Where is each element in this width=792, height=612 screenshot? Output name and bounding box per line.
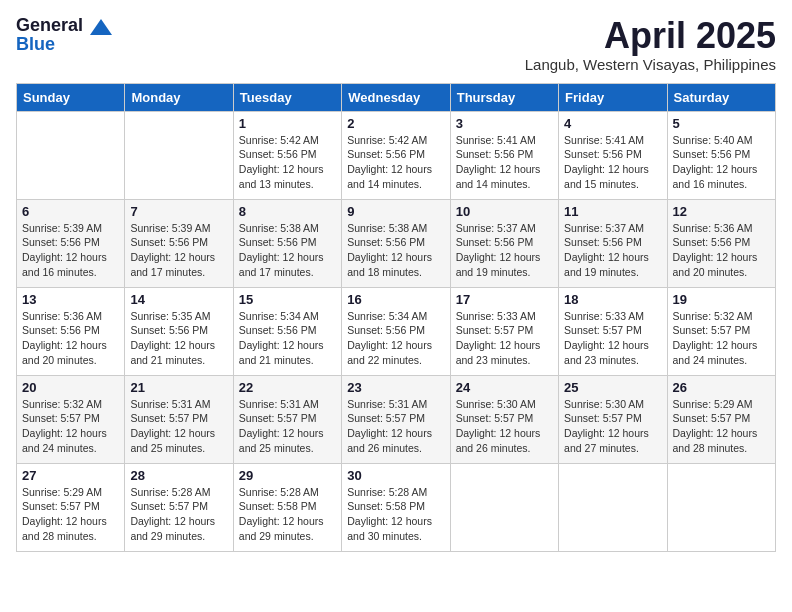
- day-detail: Sunrise: 5:29 AM Sunset: 5:57 PM Dayligh…: [673, 397, 770, 456]
- calendar-cell: 17Sunrise: 5:33 AM Sunset: 5:57 PM Dayli…: [450, 287, 558, 375]
- calendar-cell: 30Sunrise: 5:28 AM Sunset: 5:58 PM Dayli…: [342, 463, 450, 551]
- day-number: 7: [130, 204, 227, 219]
- day-number: 19: [673, 292, 770, 307]
- calendar-cell: 1Sunrise: 5:42 AM Sunset: 5:56 PM Daylig…: [233, 111, 341, 199]
- calendar-cell: [17, 111, 125, 199]
- calendar-cell: [450, 463, 558, 551]
- day-number: 11: [564, 204, 661, 219]
- day-number: 18: [564, 292, 661, 307]
- calendar-cell: 13Sunrise: 5:36 AM Sunset: 5:56 PM Dayli…: [17, 287, 125, 375]
- day-detail: Sunrise: 5:30 AM Sunset: 5:57 PM Dayligh…: [456, 397, 553, 456]
- day-number: 8: [239, 204, 336, 219]
- weekday-header-tuesday: Tuesday: [233, 83, 341, 111]
- day-number: 22: [239, 380, 336, 395]
- calendar-cell: 6Sunrise: 5:39 AM Sunset: 5:56 PM Daylig…: [17, 199, 125, 287]
- day-detail: Sunrise: 5:38 AM Sunset: 5:56 PM Dayligh…: [239, 221, 336, 280]
- day-number: 15: [239, 292, 336, 307]
- calendar-cell: 25Sunrise: 5:30 AM Sunset: 5:57 PM Dayli…: [559, 375, 667, 463]
- day-number: 14: [130, 292, 227, 307]
- calendar-cell: 15Sunrise: 5:34 AM Sunset: 5:56 PM Dayli…: [233, 287, 341, 375]
- day-detail: Sunrise: 5:34 AM Sunset: 5:56 PM Dayligh…: [239, 309, 336, 368]
- day-detail: Sunrise: 5:38 AM Sunset: 5:56 PM Dayligh…: [347, 221, 444, 280]
- day-detail: Sunrise: 5:37 AM Sunset: 5:56 PM Dayligh…: [456, 221, 553, 280]
- day-number: 28: [130, 468, 227, 483]
- day-detail: Sunrise: 5:32 AM Sunset: 5:57 PM Dayligh…: [22, 397, 119, 456]
- day-detail: Sunrise: 5:28 AM Sunset: 5:57 PM Dayligh…: [130, 485, 227, 544]
- day-detail: Sunrise: 5:34 AM Sunset: 5:56 PM Dayligh…: [347, 309, 444, 368]
- day-number: 13: [22, 292, 119, 307]
- calendar-table: SundayMondayTuesdayWednesdayThursdayFrid…: [16, 83, 776, 552]
- calendar-cell: 9Sunrise: 5:38 AM Sunset: 5:56 PM Daylig…: [342, 199, 450, 287]
- day-detail: Sunrise: 5:41 AM Sunset: 5:56 PM Dayligh…: [564, 133, 661, 192]
- day-detail: Sunrise: 5:31 AM Sunset: 5:57 PM Dayligh…: [239, 397, 336, 456]
- day-number: 12: [673, 204, 770, 219]
- weekday-header-saturday: Saturday: [667, 83, 775, 111]
- day-number: 30: [347, 468, 444, 483]
- day-detail: Sunrise: 5:31 AM Sunset: 5:57 PM Dayligh…: [347, 397, 444, 456]
- day-number: 26: [673, 380, 770, 395]
- day-number: 16: [347, 292, 444, 307]
- calendar-cell: 5Sunrise: 5:40 AM Sunset: 5:56 PM Daylig…: [667, 111, 775, 199]
- weekday-header-row: SundayMondayTuesdayWednesdayThursdayFrid…: [17, 83, 776, 111]
- day-detail: Sunrise: 5:40 AM Sunset: 5:56 PM Dayligh…: [673, 133, 770, 192]
- day-number: 23: [347, 380, 444, 395]
- calendar-cell: 23Sunrise: 5:31 AM Sunset: 5:57 PM Dayli…: [342, 375, 450, 463]
- day-detail: Sunrise: 5:30 AM Sunset: 5:57 PM Dayligh…: [564, 397, 661, 456]
- day-number: 27: [22, 468, 119, 483]
- calendar-cell: 18Sunrise: 5:33 AM Sunset: 5:57 PM Dayli…: [559, 287, 667, 375]
- calendar-cell: 3Sunrise: 5:41 AM Sunset: 5:56 PM Daylig…: [450, 111, 558, 199]
- day-number: 10: [456, 204, 553, 219]
- calendar-cell: 11Sunrise: 5:37 AM Sunset: 5:56 PM Dayli…: [559, 199, 667, 287]
- day-number: 25: [564, 380, 661, 395]
- calendar-cell: 14Sunrise: 5:35 AM Sunset: 5:56 PM Dayli…: [125, 287, 233, 375]
- calendar-cell: [559, 463, 667, 551]
- day-detail: Sunrise: 5:37 AM Sunset: 5:56 PM Dayligh…: [564, 221, 661, 280]
- calendar-cell: 21Sunrise: 5:31 AM Sunset: 5:57 PM Dayli…: [125, 375, 233, 463]
- day-detail: Sunrise: 5:29 AM Sunset: 5:57 PM Dayligh…: [22, 485, 119, 544]
- calendar-cell: 2Sunrise: 5:42 AM Sunset: 5:56 PM Daylig…: [342, 111, 450, 199]
- svg-marker-0: [90, 19, 112, 35]
- calendar-cell: 8Sunrise: 5:38 AM Sunset: 5:56 PM Daylig…: [233, 199, 341, 287]
- day-detail: Sunrise: 5:36 AM Sunset: 5:56 PM Dayligh…: [22, 309, 119, 368]
- calendar-cell: 12Sunrise: 5:36 AM Sunset: 5:56 PM Dayli…: [667, 199, 775, 287]
- day-detail: Sunrise: 5:33 AM Sunset: 5:57 PM Dayligh…: [564, 309, 661, 368]
- logo-blue: Blue: [16, 35, 55, 53]
- calendar-cell: 27Sunrise: 5:29 AM Sunset: 5:57 PM Dayli…: [17, 463, 125, 551]
- day-detail: Sunrise: 5:41 AM Sunset: 5:56 PM Dayligh…: [456, 133, 553, 192]
- calendar-cell: 20Sunrise: 5:32 AM Sunset: 5:57 PM Dayli…: [17, 375, 125, 463]
- week-row-3: 13Sunrise: 5:36 AM Sunset: 5:56 PM Dayli…: [17, 287, 776, 375]
- logo-icon: [90, 19, 112, 35]
- header: General Blue April 2025 Langub, Western …: [16, 16, 776, 73]
- day-detail: Sunrise: 5:42 AM Sunset: 5:56 PM Dayligh…: [239, 133, 336, 192]
- day-detail: Sunrise: 5:32 AM Sunset: 5:57 PM Dayligh…: [673, 309, 770, 368]
- calendar-cell: 10Sunrise: 5:37 AM Sunset: 5:56 PM Dayli…: [450, 199, 558, 287]
- calendar-cell: 7Sunrise: 5:39 AM Sunset: 5:56 PM Daylig…: [125, 199, 233, 287]
- day-number: 29: [239, 468, 336, 483]
- calendar-cell: [125, 111, 233, 199]
- day-number: 5: [673, 116, 770, 131]
- calendar-cell: 24Sunrise: 5:30 AM Sunset: 5:57 PM Dayli…: [450, 375, 558, 463]
- calendar-cell: [667, 463, 775, 551]
- day-detail: Sunrise: 5:39 AM Sunset: 5:56 PM Dayligh…: [130, 221, 227, 280]
- week-row-2: 6Sunrise: 5:39 AM Sunset: 5:56 PM Daylig…: [17, 199, 776, 287]
- day-number: 9: [347, 204, 444, 219]
- day-number: 2: [347, 116, 444, 131]
- logo-general: General: [16, 15, 83, 35]
- day-detail: Sunrise: 5:28 AM Sunset: 5:58 PM Dayligh…: [347, 485, 444, 544]
- day-detail: Sunrise: 5:39 AM Sunset: 5:56 PM Dayligh…: [22, 221, 119, 280]
- day-number: 24: [456, 380, 553, 395]
- day-detail: Sunrise: 5:31 AM Sunset: 5:57 PM Dayligh…: [130, 397, 227, 456]
- day-number: 6: [22, 204, 119, 219]
- day-number: 21: [130, 380, 227, 395]
- title-block: April 2025 Langub, Western Visayas, Phil…: [525, 16, 776, 73]
- day-number: 17: [456, 292, 553, 307]
- calendar-cell: 28Sunrise: 5:28 AM Sunset: 5:57 PM Dayli…: [125, 463, 233, 551]
- calendar-subtitle: Langub, Western Visayas, Philippines: [525, 56, 776, 73]
- calendar-cell: 16Sunrise: 5:34 AM Sunset: 5:56 PM Dayli…: [342, 287, 450, 375]
- weekday-header-friday: Friday: [559, 83, 667, 111]
- day-detail: Sunrise: 5:28 AM Sunset: 5:58 PM Dayligh…: [239, 485, 336, 544]
- calendar-cell: 22Sunrise: 5:31 AM Sunset: 5:57 PM Dayli…: [233, 375, 341, 463]
- day-number: 20: [22, 380, 119, 395]
- calendar-cell: 4Sunrise: 5:41 AM Sunset: 5:56 PM Daylig…: [559, 111, 667, 199]
- logo: General Blue: [16, 16, 112, 53]
